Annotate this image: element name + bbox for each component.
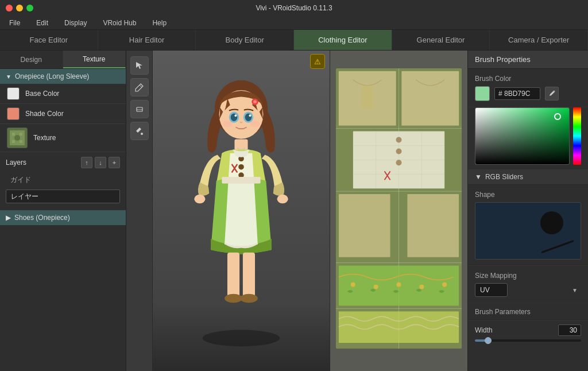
svg-rect-18 xyxy=(243,253,255,297)
svg-rect-45 xyxy=(401,71,459,126)
brush-color-row xyxy=(475,86,581,101)
tab-texture[interactable]: Texture xyxy=(63,51,126,68)
menu-item-display[interactable]: Display xyxy=(61,18,90,28)
color-spectrum[interactable] xyxy=(573,107,581,165)
color-picker-area[interactable] xyxy=(475,107,581,165)
shade-color-label: Shade Color xyxy=(25,110,64,118)
shade-color-swatch[interactable] xyxy=(7,107,20,120)
width-param-row: Width 30 xyxy=(468,321,588,339)
editor-tab-general[interactable]: General Editor xyxy=(392,30,490,50)
svg-rect-5 xyxy=(12,140,15,143)
svg-rect-24 xyxy=(222,177,260,184)
shade-color-item: Shade Color xyxy=(0,104,126,124)
layer-up-button[interactable]: ↑ xyxy=(81,157,92,168)
3d-viewport[interactable]: ⚠ xyxy=(153,51,330,371)
viewport-floor xyxy=(153,302,330,371)
layer-add-button[interactable]: + xyxy=(109,157,120,168)
brush-color-section: Brush Color xyxy=(468,69,588,107)
shape-section: Shape xyxy=(468,185,588,266)
svg-rect-56 xyxy=(339,194,390,257)
svg-point-53 xyxy=(396,137,402,143)
picker-cursor xyxy=(554,113,561,120)
svg-point-2 xyxy=(14,135,20,141)
color-gradient[interactable] xyxy=(475,107,570,165)
svg-point-15 xyxy=(194,195,205,203)
svg-rect-3 xyxy=(12,133,15,136)
base-color-label: Base Color xyxy=(25,90,59,98)
svg-rect-6 xyxy=(20,140,22,143)
slider-fill xyxy=(475,339,486,342)
svg-point-65 xyxy=(554,91,555,92)
rgb-sliders-label: RGB Sliders xyxy=(485,173,523,181)
maximize-button[interactable] xyxy=(26,5,33,11)
svg-point-30 xyxy=(231,113,238,121)
base-color-swatch[interactable] xyxy=(7,87,20,100)
editor-tab-body[interactable]: Body Editor xyxy=(196,30,294,50)
menu-item-vroid hub[interactable]: VRoid Hub xyxy=(99,18,140,28)
width-slider[interactable] xyxy=(468,339,588,346)
pen-tool-button[interactable] xyxy=(130,78,149,96)
eyedropper-button[interactable] xyxy=(545,87,559,101)
svg-point-27 xyxy=(253,100,257,103)
hex-color-input[interactable] xyxy=(494,87,540,100)
texture-thumb[interactable] xyxy=(7,127,28,148)
chevron-down-icon: ▼ xyxy=(475,173,482,181)
color-gradient-row xyxy=(475,107,581,165)
size-mapping-select-wrapper: UV Screen ▼ xyxy=(475,283,581,297)
svg-point-31 xyxy=(245,113,252,121)
svg-point-32 xyxy=(234,114,237,117)
brush-properties-title: Brush Properties xyxy=(475,55,531,64)
titlebar: Vivi - VRoidStudio 0.11.3 xyxy=(0,0,588,16)
chevron-down-icon: ▼ xyxy=(6,74,11,80)
section-shoes[interactable]: ▶ Shoes (Onepiece) xyxy=(0,210,126,225)
select-tool-button[interactable] xyxy=(130,56,149,75)
fill-tool-button[interactable] xyxy=(130,122,149,140)
menu-item-edit[interactable]: Edit xyxy=(33,18,52,28)
brush-shape-circle xyxy=(540,211,563,234)
svg-point-63 xyxy=(442,282,447,287)
rgb-sliders-section[interactable]: ▼ RGB Sliders xyxy=(468,169,588,185)
size-mapping-select[interactable]: UV Screen xyxy=(475,283,508,297)
shape-label: Shape xyxy=(475,191,581,199)
window-title: Vivi - VRoidStudio 0.11.3 xyxy=(256,4,332,12)
svg-point-55 xyxy=(396,160,402,165)
shoes-section-name: Shoes (Onepiece) xyxy=(14,214,70,222)
editor-tab-face[interactable]: Face Editor xyxy=(0,30,98,50)
menu-item-help[interactable]: Help xyxy=(149,18,170,28)
editor-tab-hair[interactable]: Hair Editor xyxy=(98,30,196,50)
slider-thumb[interactable] xyxy=(485,337,492,344)
chevron-down-icon: ▼ xyxy=(572,287,578,293)
warning-symbol: ⚠ xyxy=(314,57,321,66)
guide-text: ガイド xyxy=(6,173,120,187)
tool-bar xyxy=(126,51,153,371)
close-button[interactable] xyxy=(6,5,13,11)
svg-marker-7 xyxy=(136,62,142,69)
base-color-item: Base Color xyxy=(0,84,126,104)
layer-down-button[interactable]: ↓ xyxy=(95,157,106,168)
shape-preview xyxy=(475,202,581,260)
menu-item-file[interactable]: File xyxy=(6,18,24,28)
svg-point-60 xyxy=(374,284,378,289)
size-mapping-label: Size Mapping xyxy=(475,272,581,280)
layers-header: Layers ↑ ↓ + xyxy=(6,157,120,168)
section-onepiece[interactable]: ▼ Onepiece (Long Sleeve) xyxy=(0,69,126,84)
eraser-tool-button[interactable] xyxy=(130,100,149,118)
uv-panel[interactable] xyxy=(330,51,467,371)
width-value[interactable]: 30 xyxy=(558,324,581,336)
brush-parameters-header: Brush Parameters xyxy=(468,303,588,321)
layers-label: Layers xyxy=(6,159,26,167)
svg-point-34 xyxy=(222,121,232,127)
brush-color-swatch[interactable] xyxy=(475,86,490,101)
minimize-button[interactable] xyxy=(16,5,23,11)
slider-track xyxy=(475,339,581,342)
tab-design[interactable]: Design xyxy=(0,51,63,68)
svg-point-16 xyxy=(277,195,288,203)
brush-properties-header: Brush Properties xyxy=(468,51,588,69)
layers-controls: ↑ ↓ + xyxy=(81,157,120,168)
editor-tab-camera[interactable]: Camera / Exporter xyxy=(490,30,588,50)
editor-tab-clothing[interactable]: Clothing Editor xyxy=(294,30,392,50)
svg-point-19 xyxy=(225,294,242,303)
svg-point-33 xyxy=(249,114,251,117)
layer-name-input[interactable] xyxy=(6,190,120,203)
left-panel: Design Texture ▼ Onepiece (Long Sleeve) … xyxy=(0,51,126,371)
